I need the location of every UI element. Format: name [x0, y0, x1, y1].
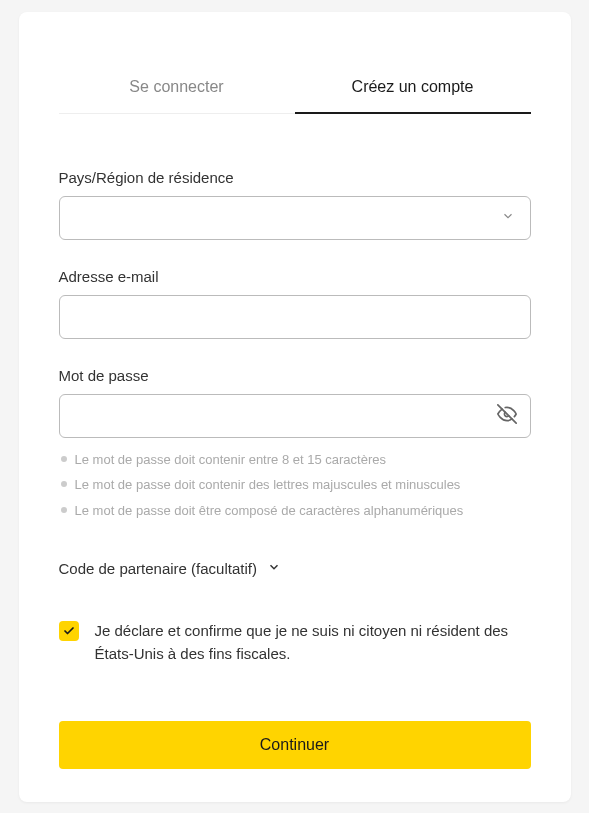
hint-text: Le mot de passe doit être composé de car…	[75, 501, 464, 521]
bullet-icon	[61, 507, 67, 513]
hint-text: Le mot de passe doit contenir des lettre…	[75, 475, 461, 495]
declaration-row: Je déclare et confirme que je ne suis ni…	[59, 619, 531, 666]
tab-signin[interactable]: Se connecter	[59, 62, 295, 113]
password-field-group: Mot de passe Le mot de passe doit conten…	[59, 367, 531, 521]
auth-tabs: Se connecter Créez un compte	[59, 62, 531, 114]
password-hint: Le mot de passe doit contenir entre 8 et…	[61, 450, 531, 470]
partner-code-toggle[interactable]: Code de partenaire (facultatif)	[59, 560, 531, 577]
declaration-checkbox[interactable]	[59, 621, 79, 641]
declaration-text: Je déclare et confirme que je ne suis ni…	[95, 619, 531, 666]
bullet-icon	[61, 481, 67, 487]
password-input[interactable]	[59, 394, 531, 438]
bullet-icon	[61, 456, 67, 462]
country-input[interactable]	[59, 196, 531, 240]
password-hints: Le mot de passe doit contenir entre 8 et…	[59, 450, 531, 521]
continue-button[interactable]: Continuer	[59, 721, 531, 769]
tab-signup[interactable]: Créez un compte	[295, 62, 531, 114]
chevron-down-icon	[267, 560, 281, 577]
email-label: Adresse e-mail	[59, 268, 531, 285]
password-hint: Le mot de passe doit être composé de car…	[61, 501, 531, 521]
email-field-group: Adresse e-mail	[59, 268, 531, 339]
country-select[interactable]	[59, 196, 531, 240]
country-field-group: Pays/Région de résidence	[59, 169, 531, 240]
signup-card: Se connecter Créez un compte Pays/Région…	[19, 12, 571, 802]
password-hint: Le mot de passe doit contenir des lettre…	[61, 475, 531, 495]
partner-code-label: Code de partenaire (facultatif)	[59, 560, 257, 577]
eye-off-icon[interactable]	[497, 404, 517, 428]
email-input[interactable]	[59, 295, 531, 339]
password-label: Mot de passe	[59, 367, 531, 384]
country-label: Pays/Région de résidence	[59, 169, 531, 186]
hint-text: Le mot de passe doit contenir entre 8 et…	[75, 450, 386, 470]
